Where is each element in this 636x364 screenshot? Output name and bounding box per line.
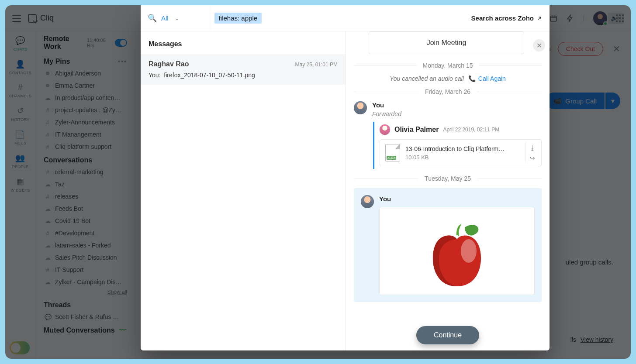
search-result[interactable]: Raghav Rao May 25, 01:01 PM You: firefox…: [141, 54, 346, 85]
sender-you: You: [372, 101, 542, 109]
date-divider: Tuesday, May 25: [425, 175, 471, 182]
chevron-down-icon[interactable]: ⌄: [175, 15, 179, 21]
search-filter[interactable]: All: [161, 14, 169, 22]
avatar: [361, 195, 374, 208]
close-detail-icon[interactable]: ✕: [533, 39, 545, 52]
result-time: May 25, 01:01 PM: [295, 62, 338, 68]
date-divider: Friday, March 26: [425, 88, 470, 95]
file-card[interactable]: 13-06-Introduction to Cliq Platform - A……: [380, 139, 542, 166]
call-again-link[interactable]: Call Again: [468, 75, 506, 82]
svg-point-1: [461, 239, 477, 263]
result-name: Raghav Rao: [149, 60, 189, 68]
file-size: 10.05 KB: [405, 154, 506, 161]
continue-button[interactable]: Continue: [416, 326, 479, 344]
messages-heading: Messages: [141, 31, 346, 54]
search-icon: 🔍: [148, 14, 157, 23]
forwarded-label: Forwarded: [372, 110, 542, 117]
avatar: [380, 124, 390, 135]
search-across-zoho[interactable]: Search across Zoho: [471, 14, 543, 22]
join-meeting-button[interactable]: Join Meeting: [369, 31, 524, 54]
date-divider: Monday, March 15: [423, 62, 473, 69]
search-chip[interactable]: filehas: apple: [214, 13, 262, 24]
quote-name: Olivia Palmer: [394, 126, 439, 134]
download-icon[interactable]: ⭳: [529, 144, 536, 151]
quote-time: April 22 2019, 02:11 PM: [443, 127, 499, 133]
search-popover: 🔍 All ⌄ filehas: apple Search across Zoh…: [141, 5, 550, 350]
image-attachment[interactable]: [379, 207, 535, 295]
avatar: [354, 101, 367, 114]
sender-you: You: [379, 195, 535, 203]
xlsx-icon: [385, 144, 400, 161]
file-name: 13-06-Introduction to Cliq Platform - A…: [405, 145, 506, 152]
forward-icon[interactable]: ↪: [530, 155, 535, 161]
